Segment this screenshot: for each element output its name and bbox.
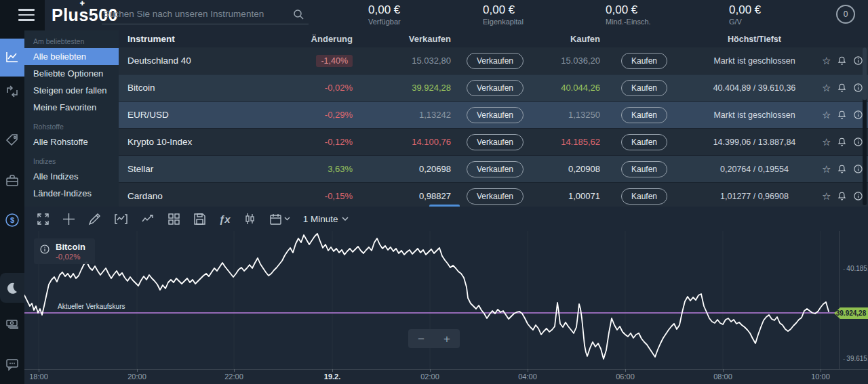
buy-price: 1,13250 (539, 110, 600, 120)
instrument-name: Bitcoin (119, 83, 292, 93)
buy-button[interactable]: Kaufen (621, 107, 667, 123)
favorite-star-icon[interactable]: ☆ (822, 191, 831, 201)
time-tick-label: 04:00 (518, 372, 537, 381)
pattern-icon[interactable] (114, 213, 128, 226)
stat-value: 0,00 € (483, 3, 524, 17)
alert-bell-icon[interactable] (837, 164, 847, 174)
sell-price: 0,98827 (353, 191, 451, 201)
buy-button[interactable]: Kaufen (621, 188, 667, 205)
sidebar-item-steigen-oder-fallen[interactable]: Steigen oder fallen (24, 82, 119, 99)
time-axis: 18:0020:0022:0019.2.02:0004:0006:0008:00… (24, 369, 868, 384)
price-chart[interactable]: Bitcoin -0,02% Aktueller Verkaufskurs 40… (24, 231, 868, 369)
sidebar-item-beliebte-optionen[interactable]: Beliebte Optionen (24, 65, 119, 82)
table-row[interactable]: Deutschland 40 -1,40% 15.032,80 Verkaufe… (119, 47, 868, 74)
table-row[interactable]: Cardano -0,15% 0,98827 Verkaufen 1,00071… (119, 183, 868, 207)
sell-button[interactable]: Verkaufen (467, 134, 524, 150)
time-tick-mark (430, 369, 431, 372)
instrument-name: EUR/USD (119, 110, 292, 120)
sidebar-item-laender-indizes[interactable]: Länder-Indizes (24, 185, 119, 202)
rail-item-theme[interactable] (0, 273, 24, 303)
alert-bell-icon[interactable] (837, 110, 847, 120)
rail-item-rise-fall[interactable] (0, 78, 24, 105)
rail-item-portfolio[interactable] (0, 167, 24, 194)
chart-zoom-controls: − + (408, 329, 460, 348)
alert-bell-icon[interactable] (837, 137, 847, 147)
chart-toolbar: ƒx 1 Minute (24, 207, 868, 231)
sidebar-item-alle-rohstoffe[interactable]: Alle Rohstoffe (24, 133, 119, 150)
info-icon[interactable] (39, 244, 50, 255)
rail-item-trade[interactable] (0, 39, 24, 77)
briefcase-icon (5, 173, 20, 188)
hamburger-menu-icon[interactable] (18, 9, 35, 21)
stat-equity: 0,00 € Eigenkapital (483, 3, 524, 26)
zoom-out-button[interactable]: − (418, 333, 425, 345)
layout-grid-icon[interactable] (167, 213, 180, 226)
notifications-count: 0 (844, 9, 848, 19)
buy-button[interactable]: Kaufen (621, 161, 667, 177)
time-tick-mark (528, 369, 528, 372)
time-tick-label: 06:00 (616, 372, 635, 381)
table-scrollbar-thumb[interactable] (863, 47, 867, 100)
favorite-star-icon[interactable]: ☆ (822, 164, 831, 174)
sell-button[interactable]: Verkaufen (467, 53, 524, 69)
table-row[interactable]: Bitcoin -0,02% 39.924,28 Verkaufen 40.04… (119, 74, 868, 102)
rail-item-funds[interactable]: $ (0, 207, 24, 234)
indicators-fx-icon[interactable]: ƒx (219, 213, 231, 225)
alert-bell-icon[interactable] (837, 56, 847, 66)
time-tick-mark (137, 369, 138, 372)
buy-button[interactable]: Kaufen (621, 134, 667, 150)
search-input[interactable] (102, 5, 285, 22)
col-header-sell: Verkaufen (353, 34, 451, 44)
buy-button[interactable]: Kaufen (621, 53, 667, 69)
alert-bell-icon[interactable] (837, 191, 847, 201)
alert-bell-icon[interactable] (837, 83, 847, 93)
notifications-badge[interactable]: 0 (836, 5, 855, 24)
sell-button[interactable]: Verkaufen (467, 188, 524, 205)
buy-price: 14.185,62 (539, 137, 600, 147)
favorite-star-icon[interactable]: ☆ (822, 137, 831, 147)
sell-button[interactable]: Verkaufen (467, 161, 524, 177)
table-row[interactable]: Krypto 10-Index -0,12% 14.100,76 Verkauf… (119, 129, 868, 156)
table-header: Instrument Änderung Verkaufen Kaufen Höc… (119, 30, 868, 47)
rail-item-cashier[interactable] (0, 310, 24, 337)
sidebar-section-header: Am beliebtesten (24, 30, 119, 48)
stat-label: Verfügbar (368, 18, 401, 26)
sell-price: 0,20698 (353, 164, 451, 174)
sell-button[interactable]: Verkaufen (467, 80, 524, 96)
table-row[interactable]: EUR/USD -0,29% 1,13242 Verkaufen 1,13250… (119, 102, 868, 129)
sidebar-item-alle-beliebten[interactable]: Alle beliebten (24, 48, 119, 65)
sell-price: 14.100,76 (353, 137, 451, 147)
change-value: -0,15% (325, 191, 353, 201)
draw-pencil-icon[interactable] (88, 213, 101, 226)
favorite-star-icon[interactable]: ☆ (822, 110, 831, 120)
buy-button[interactable]: Kaufen (621, 80, 667, 96)
rail-item-support-chat[interactable] (0, 351, 24, 378)
buy-price: 0,20908 (539, 164, 600, 174)
instrument-name: Deutschland 40 (119, 56, 292, 66)
interval-dropdown[interactable]: 1 Minute (303, 214, 349, 224)
time-tick-label: 18:00 (29, 372, 48, 381)
candlestick-icon[interactable] (243, 213, 256, 226)
top-bar: Plus500 0,00 € Verfügbar 0,00 € Eigenkap… (0, 0, 868, 30)
fullscreen-icon[interactable] (37, 213, 50, 226)
chart-type-icon[interactable] (141, 213, 155, 226)
table-row[interactable]: Stellar 3,63% 0,20698 Verkaufen 0,20908 … (119, 156, 868, 183)
sidebar-item-meine-favoriten[interactable]: Meine Favoriten (24, 99, 119, 116)
save-icon[interactable] (193, 213, 206, 226)
high-low: Markt ist geschlossen (688, 56, 821, 66)
sell-button[interactable]: Verkaufen (467, 107, 524, 123)
zoom-in-button[interactable]: + (443, 333, 450, 345)
time-tick-label: 20:00 (127, 372, 146, 381)
price-axis-label-bottom: 39.615,00 (843, 355, 868, 362)
favorite-star-icon[interactable]: ☆ (822, 83, 831, 93)
favorite-star-icon[interactable]: ☆ (822, 56, 831, 66)
calendar-icon[interactable] (269, 213, 290, 226)
instrument-name: Krypto 10-Index (119, 137, 292, 147)
rail-item-tag[interactable] (0, 127, 24, 154)
high-low: 14.399,06 / 13.887,84 (688, 137, 821, 147)
sidebar-item-alle-indizes[interactable]: Alle Indizes (24, 168, 119, 185)
crosshair-icon[interactable] (62, 213, 75, 226)
high-low: 0,20764 / 0,19554 (688, 165, 821, 174)
rise-fall-icon (5, 84, 20, 99)
buy-price: 15.036,20 (539, 56, 600, 66)
